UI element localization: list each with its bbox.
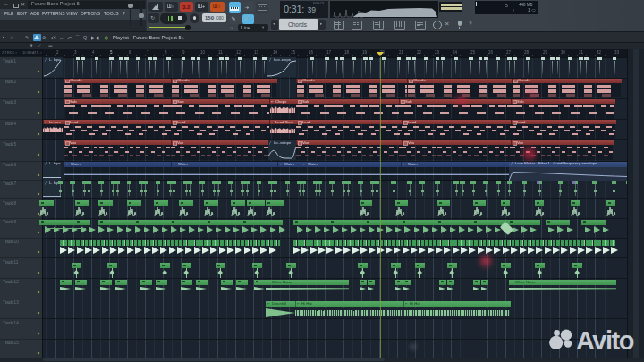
svg-text:Avito: Avito	[576, 326, 634, 354]
